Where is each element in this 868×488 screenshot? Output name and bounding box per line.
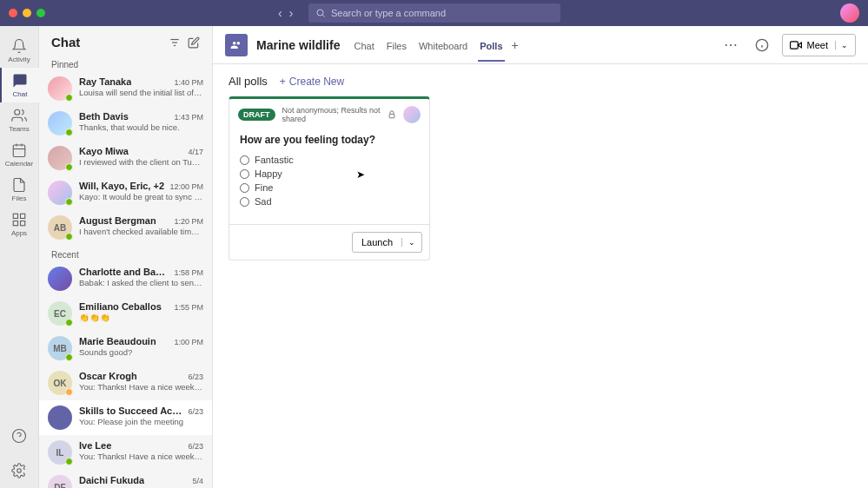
svg-point-2 <box>15 109 20 115</box>
chat-item[interactable]: EC Emiliano Ceballos1:55 PM 👏👏👏 <box>39 296 212 331</box>
search-placeholder: Search or type a command <box>331 8 446 18</box>
chat-list: Ray Tanaka1:40 PM Louisa will send the i… <box>39 71 212 488</box>
chat-preview: I haven't checked available times yet <box>79 227 203 236</box>
rail-teams[interactable]: Teams <box>0 102 39 137</box>
content-area: Marine wildlife ChatFilesWhiteboardPolls… <box>213 26 868 488</box>
tabs: ChatFilesWhiteboardPolls <box>354 29 502 62</box>
chat-item[interactable]: Kayo Miwa4/17 I reviewed with the client… <box>39 141 212 175</box>
chat-name: Charlotte and Babak <box>79 267 170 277</box>
poll-option[interactable]: Fine <box>240 181 419 195</box>
rail-files[interactable]: Files <box>0 172 39 207</box>
tab-chat[interactable]: Chat <box>354 29 374 62</box>
create-new-button[interactable]: + Create New <box>280 76 344 88</box>
avatar <box>48 111 72 135</box>
poll-option[interactable]: Happy <box>240 167 419 181</box>
chat-name: Skills to Succeed Academy <box>79 406 184 416</box>
chat-name: Beth Davis <box>79 111 129 122</box>
poll-meta: Not anonymous; Results not shared <box>282 106 381 123</box>
minimize-window-icon[interactable] <box>23 9 31 17</box>
compose-icon[interactable] <box>188 36 200 49</box>
help-icon <box>11 428 27 444</box>
avatar: MB <box>48 336 72 360</box>
chat-preview: Kayo: It would be great to sync with... <box>79 192 203 201</box>
tab-files[interactable]: Files <box>387 29 407 62</box>
chat-item[interactable]: Ray Tanaka1:40 PM Louisa will send the i… <box>39 71 212 106</box>
presence-icon <box>65 233 73 241</box>
svg-rect-3 <box>13 145 25 157</box>
radio-icon <box>240 197 249 207</box>
chat-time: 1:58 PM <box>174 268 203 277</box>
chat-item[interactable]: AB August Bergman1:20 PM I haven't check… <box>39 210 212 245</box>
people-icon <box>230 39 242 51</box>
svg-point-11 <box>13 430 26 443</box>
svg-rect-22 <box>389 115 394 118</box>
add-tab-button[interactable]: + <box>512 38 519 52</box>
launch-dropdown[interactable]: ⌄ <box>401 238 421 247</box>
chat-preview: You: Thanks! Have a nice weekend <box>79 452 203 461</box>
tab-polls[interactable]: Polls <box>480 29 502 62</box>
lock-icon <box>388 110 396 119</box>
chat-preview: I reviewed with the client on Tuesda... <box>79 157 203 167</box>
avatar: AB <box>48 215 72 240</box>
back-button[interactable]: ‹ <box>278 6 282 20</box>
chat-item[interactable]: DF Daichi Fukuda5/4 No, I think there ar… <box>39 470 212 488</box>
chat-item[interactable]: Charlotte and Babak1:58 PM Babak: I aske… <box>39 261 212 296</box>
rail-calendar[interactable]: Calendar <box>0 137 39 172</box>
chat-panel: Chat Pinned Ray Tanaka1:40 PM Louisa wil… <box>39 26 213 488</box>
gear-icon <box>11 463 27 478</box>
info-button[interactable] <box>751 34 773 56</box>
recent-section-label: Recent <box>39 245 212 261</box>
more-options-button[interactable]: ⋯ <box>719 34 742 56</box>
polls-header: All polls + Create New <box>229 75 852 88</box>
rail-apps[interactable]: Apps <box>0 207 39 241</box>
presence-icon <box>65 319 73 326</box>
group-name: Marine wildlife <box>256 38 340 52</box>
chat-item[interactable]: Skills to Succeed Academy6/23 You: Pleas… <box>39 400 212 435</box>
group-avatar <box>225 34 248 56</box>
avatar <box>48 267 72 291</box>
avatar <box>48 76 72 101</box>
chat-item[interactable]: IL Ive Lee6/23 You: Thanks! Have a nice … <box>39 435 212 470</box>
svg-rect-8 <box>21 214 25 218</box>
chat-name: Emiliano Ceballos <box>79 301 162 312</box>
chat-time: 6/23 <box>188 373 203 381</box>
svg-marker-20 <box>798 43 801 48</box>
chat-item[interactable]: Will, Kayo, Eric, +212:00 PM Kayo: It wo… <box>39 175 212 210</box>
chat-panel-header: Chat <box>39 26 212 55</box>
avatar <box>48 146 72 170</box>
polls-area: All polls + Create New DRAFT Not anonymo… <box>213 64 868 488</box>
search-input[interactable]: Search or type a command <box>308 3 560 23</box>
chat-name: Kayo Miwa <box>79 146 129 156</box>
chat-item[interactable]: MB Marie Beaudouin1:00 PM Sounds good? <box>39 331 212 366</box>
poll-option[interactable]: Fantastic <box>240 153 419 167</box>
chat-item[interactable]: OK Oscar Krogh6/23 You: Thanks! Have a n… <box>39 366 212 400</box>
svg-rect-7 <box>13 214 17 218</box>
polls-title: All polls <box>229 75 268 88</box>
bell-icon <box>11 38 27 54</box>
filter-icon[interactable] <box>169 36 181 49</box>
video-icon <box>790 39 802 51</box>
maximize-window-icon[interactable] <box>36 9 45 17</box>
close-window-icon[interactable] <box>9 9 17 17</box>
rail-chat[interactable]: Chat <box>0 68 39 102</box>
search-icon <box>315 8 326 18</box>
teams-icon <box>11 108 27 123</box>
svg-rect-10 <box>13 221 17 225</box>
chat-preview: You: Please join the meeting <box>79 417 203 426</box>
forward-button[interactable]: › <box>289 6 294 20</box>
rail-settings[interactable] <box>0 453 39 488</box>
poll-option[interactable]: Sad <box>240 195 419 208</box>
presence-icon <box>65 388 73 396</box>
presence-icon <box>65 198 73 206</box>
rail-activity[interactable]: Activity <box>0 33 39 68</box>
poll-footer: Launch ⌄ <box>229 224 429 260</box>
tab-whiteboard[interactable]: Whiteboard <box>419 29 467 62</box>
window-controls <box>9 9 45 17</box>
rail-help[interactable] <box>0 419 39 453</box>
meet-button[interactable]: Meet ⌄ <box>782 34 856 56</box>
launch-button[interactable]: Launch ⌄ <box>352 232 422 253</box>
profile-avatar[interactable] <box>840 3 859 23</box>
chat-item[interactable]: Beth Davis1:43 PM Thanks, that would be … <box>39 106 212 141</box>
meet-dropdown[interactable]: ⌄ <box>835 41 848 49</box>
avatar: IL <box>48 440 72 465</box>
